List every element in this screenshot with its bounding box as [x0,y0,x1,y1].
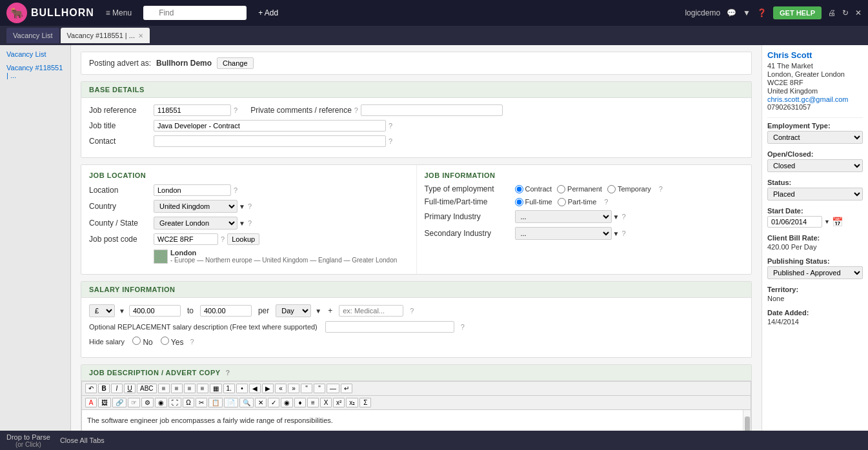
tab-close-icon[interactable]: ✕ [138,32,143,39]
bonus-input[interactable] [339,305,403,317]
tb-hr[interactable]: — [327,384,339,393]
contract-radio[interactable] [515,185,523,193]
salary-to-input[interactable] [200,305,252,317]
help-circle-icon[interactable]: ❓ [757,8,767,17]
tb-list-ul[interactable]: • [236,384,248,393]
permanent-radio[interactable] [557,185,565,193]
parttime-radio-label[interactable]: Part-time [558,198,597,206]
tb-align-left[interactable]: ≡ [158,384,170,393]
rp-publishing-status-select[interactable]: Published - Approved [767,266,863,279]
contact-input[interactable] [154,135,386,147]
hide-salary-yes-label[interactable]: Yes [161,337,184,347]
tab-vacancy-list[interactable]: Vacancy List [6,28,59,43]
tb-paste[interactable]: 📄 [224,398,238,407]
temporary-radio[interactable] [607,185,616,193]
search-input[interactable] [143,6,247,20]
tb-list-ol[interactable]: 1. [223,384,235,393]
tb-underline[interactable]: U [124,384,136,393]
menu-button[interactable]: ≡ Menu [101,6,137,20]
tb-full[interactable]: ⛶ [168,398,181,407]
tb-symbol[interactable]: Ω [183,398,194,407]
tb-align-right[interactable]: ≡ [184,384,196,393]
permanent-radio-label[interactable]: Permanent [557,185,602,193]
tb-align-center[interactable]: ≡ [171,384,183,393]
editor-content[interactable]: The software engineer job encompasses a … [81,409,751,431]
tb-special2[interactable]: ♦ [294,398,306,407]
tb-link[interactable]: 🔗 [112,398,126,407]
tb-blockquote-open[interactable]: « [275,384,287,393]
refresh-icon[interactable]: ↻ [842,8,849,17]
rp-start-date-input[interactable] [767,216,822,228]
rp-employment-type-select[interactable]: Contract [767,131,863,144]
tb-cut[interactable]: ✂ [196,398,207,407]
tb-bold[interactable]: B [98,384,110,393]
tb-quote-close[interactable]: " [314,384,325,393]
tb-italic[interactable]: I [111,384,123,393]
print-icon[interactable]: 🖨 [828,8,836,17]
hide-salary-no-radio[interactable] [132,337,141,345]
chat-icon[interactable]: 💬 [727,8,736,17]
tb-arrow[interactable]: ☞ [128,398,140,407]
tb-x[interactable]: X [320,398,332,407]
tb-find[interactable]: 🔍 [239,398,254,407]
tab-vacancy-118551[interactable]: Vacancy #118551 | ... ✕ [61,28,150,43]
fulltime-radio-label[interactable]: Full-time [515,198,552,206]
tb-strikethrough[interactable]: ABC [137,384,157,393]
private-comments-input[interactable] [361,104,503,116]
rp-status-select[interactable]: Placed [767,188,863,201]
optional-salary-input[interactable] [325,321,454,333]
rp-email[interactable]: chris.scott.gc@gmail.com [767,95,863,103]
tb-remove-format[interactable]: ✕ [255,398,267,407]
hide-salary-no-label[interactable]: No [132,337,153,347]
change-button[interactable]: Change [217,57,254,69]
tb-copy[interactable]: 📋 [208,398,223,407]
close-all-tabs-btn[interactable]: Close All Tabs [60,436,105,444]
postcode-input[interactable] [154,233,218,245]
tb-outdent[interactable]: ◀ [249,384,261,393]
tb-undo[interactable]: ↶ [85,384,97,393]
location-input[interactable] [154,184,231,196]
hide-salary-yes-radio[interactable] [161,337,169,345]
currency-select[interactable]: £ [89,304,115,317]
lookup-button[interactable]: Lookup [227,233,259,245]
tb-br[interactable]: ↵ [341,384,352,393]
chevron-down-icon[interactable]: ▼ [743,8,751,17]
job-title-input[interactable] [154,120,386,132]
tb-superscript[interactable]: x² [333,398,345,407]
get-help-button[interactable]: GET HELP [773,6,822,19]
country-select[interactable]: United Kingdom [154,200,237,213]
rp-person-name[interactable]: Chris Scott [767,50,863,60]
drop-to-parse-btn[interactable]: Drop to Parse (or Click) [6,433,50,448]
fulltime-radio[interactable] [515,198,523,206]
tb-table[interactable]: ▦ [210,384,222,393]
rp-open-closed-select[interactable]: Closed [767,159,863,172]
primary-industry-select[interactable]: ... [515,210,612,223]
tb-source[interactable]: ⚙ [141,398,154,407]
calendar-icon[interactable]: 📅 [832,217,843,227]
tb-special1[interactable]: ◉ [281,398,293,407]
add-button[interactable]: + Add [253,6,283,20]
tb-font-color[interactable]: A [85,398,97,407]
tb-special3[interactable]: ≡ [307,398,319,407]
temporary-radio-label[interactable]: Temporary [607,185,651,193]
secondary-industry-select[interactable]: ... [515,227,612,240]
county-state-select[interactable]: Greater London [154,217,237,230]
tb-spellcheck[interactable]: ✓ [268,398,279,407]
tb-preview[interactable]: ◉ [155,398,167,407]
per-unit-select[interactable]: Day [276,304,311,317]
job-reference-input[interactable] [154,104,231,116]
sidebar-item-vacancy-list[interactable]: Vacancy List [3,48,67,60]
tb-indent[interactable]: ▶ [262,384,274,393]
parttime-radio[interactable] [558,198,566,206]
tb-quote-open[interactable]: " [301,384,312,393]
tb-subscript[interactable]: x₂ [346,398,358,407]
tb-image[interactable]: 🖼 [98,398,111,407]
tb-justify[interactable]: ≡ [197,384,208,393]
salary-from-input[interactable] [129,305,181,317]
close-icon[interactable]: ✕ [855,8,862,17]
tb-sigma[interactable]: Σ [359,398,371,407]
sidebar-item-vacancy-detail[interactable]: Vacancy #118551 | ... [3,62,67,81]
contract-radio-label[interactable]: Contract [515,185,552,193]
tb-blockquote-close[interactable]: » [288,384,299,393]
editor-scrollbar[interactable] [743,410,751,431]
